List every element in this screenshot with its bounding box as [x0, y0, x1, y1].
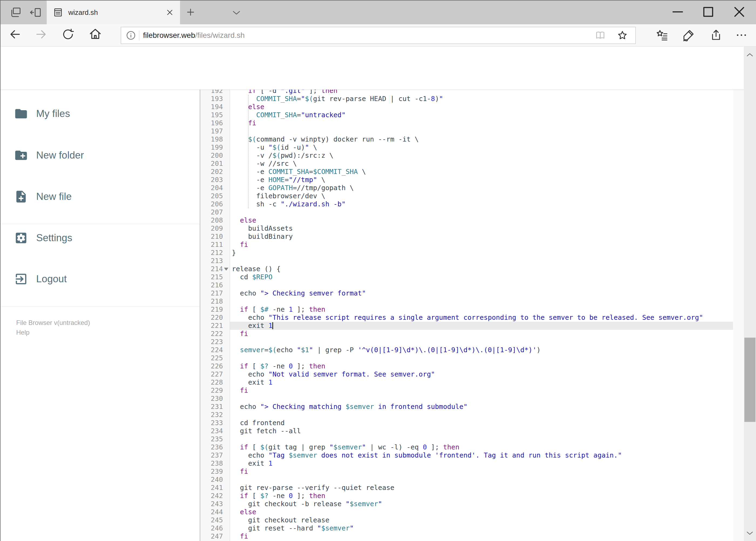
- line-number[interactable]: 210: [200, 233, 223, 241]
- line-number[interactable]: 227: [200, 370, 223, 378]
- code-line[interactable]: [230, 395, 733, 403]
- line-number[interactable]: 231: [200, 403, 223, 411]
- code-line[interactable]: git fetch --all: [230, 427, 733, 435]
- maximize-icon[interactable]: [700, 5, 716, 18]
- code-line[interactable]: echo "This release script requires a sin…: [230, 313, 733, 322]
- code-line[interactable]: cd $REPO: [230, 273, 733, 281]
- code-line[interactable]: -e HOME="//tmp" \: [230, 176, 733, 184]
- sidebar-item-my-files[interactable]: My files: [0, 99, 200, 129]
- help-link[interactable]: Help: [16, 327, 90, 337]
- line-number[interactable]: 236: [200, 443, 223, 451]
- line-number[interactable]: 219: [200, 305, 223, 313]
- code-line[interactable]: if [ $? -ne 0 ]; then: [230, 362, 733, 370]
- code-line[interactable]: [230, 411, 733, 419]
- refresh-icon[interactable]: [61, 28, 75, 41]
- line-number[interactable]: 239: [200, 467, 223, 476]
- line-number[interactable]: 200: [200, 152, 223, 160]
- code-line[interactable]: git rev-parse --verify --quiet release: [230, 484, 733, 492]
- new-tab-icon[interactable]: [185, 6, 196, 18]
- minimize-icon[interactable]: [670, 5, 686, 18]
- code-line[interactable]: fi: [230, 330, 733, 338]
- code-line[interactable]: [230, 257, 733, 265]
- code-line[interactable]: if [ -d ".git" ]; then: [230, 90, 733, 95]
- code-line[interactable]: exit 1: [230, 459, 733, 467]
- address-bar[interactable]: filebrowser.web/files/wizard.sh: [121, 27, 636, 44]
- line-number[interactable]: 242: [200, 492, 223, 500]
- line-number[interactable]: 224: [200, 346, 223, 354]
- back-icon[interactable]: [8, 28, 22, 41]
- code-line[interactable]: -e COMMIT_SHA=$COMMIT_SHA \: [230, 168, 733, 176]
- code-line[interactable]: echo "> Checking matching $semver in fro…: [230, 403, 733, 411]
- code-line[interactable]: [230, 281, 733, 289]
- code-line[interactable]: [230, 354, 733, 362]
- tab-close-icon[interactable]: [165, 8, 175, 17]
- favorite-star-icon[interactable]: [617, 29, 629, 41]
- line-number[interactable]: 221: [200, 322, 223, 330]
- line-number[interactable]: 229: [200, 386, 223, 395]
- sidebar-item-new-file[interactable]: New file: [0, 182, 200, 212]
- line-number[interactable]: 204: [200, 184, 223, 192]
- line-number[interactable]: 199: [200, 144, 223, 152]
- line-number[interactable]: 228: [200, 378, 223, 386]
- scrollbar-thumb[interactable]: [744, 337, 755, 422]
- code-line[interactable]: [230, 208, 733, 216]
- tab-list-chevron-icon[interactable]: [231, 8, 242, 18]
- forward-icon[interactable]: [35, 28, 48, 41]
- line-number[interactable]: 233: [200, 419, 223, 427]
- code-line[interactable]: echo "> Checking semver format": [230, 289, 733, 297]
- code-area[interactable]: if [ -d ".git" ]; then COMMIT_SHA="$(git…: [230, 90, 733, 541]
- line-number[interactable]: 244: [200, 508, 223, 516]
- code-line[interactable]: exit 1: [230, 322, 733, 330]
- code-line[interactable]: echo "Tag $semver does not exist in subm…: [230, 451, 733, 459]
- line-number[interactable]: 202: [200, 168, 223, 176]
- line-number[interactable]: 214: [200, 265, 223, 273]
- page-scrollbar[interactable]: [744, 46, 756, 541]
- line-number[interactable]: 235: [200, 435, 223, 443]
- code-line[interactable]: -v /$(pwd):/src:z \: [230, 152, 733, 160]
- reading-view-icon[interactable]: [594, 29, 606, 41]
- line-number[interactable]: 232: [200, 411, 223, 419]
- code-line[interactable]: $(command -v winpty) docker run --rm -it…: [230, 135, 733, 144]
- code-line[interactable]: -e GOPATH=//tmp/gopath \: [230, 184, 733, 192]
- line-number[interactable]: 247: [200, 532, 223, 540]
- scroll-down-icon[interactable]: [745, 529, 754, 538]
- code-line[interactable]: else: [230, 103, 733, 111]
- code-line[interactable]: git reset --hard "$semver": [230, 524, 733, 532]
- fold-arrow-icon[interactable]: [224, 268, 228, 270]
- line-number[interactable]: 194: [200, 103, 223, 111]
- line-number[interactable]: 218: [200, 297, 223, 305]
- line-number[interactable]: 217: [200, 289, 223, 297]
- code-line[interactable]: COMMIT_SHA="untracked": [230, 111, 733, 119]
- code-line[interactable]: else: [230, 216, 733, 225]
- line-number[interactable]: 226: [200, 362, 223, 370]
- line-number[interactable]: 207: [200, 208, 223, 216]
- browser-tab[interactable]: wizard.sh: [47, 1, 180, 24]
- web-note-pen-icon[interactable]: [682, 28, 695, 43]
- line-number[interactable]: 220: [200, 313, 223, 322]
- line-number[interactable]: 237: [200, 451, 223, 459]
- line-number[interactable]: 209: [200, 225, 223, 233]
- line-number[interactable]: 197: [200, 127, 223, 135]
- line-number[interactable]: 223: [200, 338, 223, 346]
- code-line[interactable]: fi: [230, 241, 733, 249]
- more-options-icon[interactable]: [735, 28, 748, 43]
- editor-gutter[interactable]: 1921931941951961971981992002012022032042…: [200, 90, 230, 541]
- line-number[interactable]: 230: [200, 395, 223, 403]
- url-text[interactable]: filebrowser.web/files/wizard.sh: [143, 31, 245, 40]
- line-number[interactable]: 203: [200, 176, 223, 184]
- line-number[interactable]: 211: [200, 241, 223, 249]
- line-number[interactable]: 193: [200, 95, 223, 103]
- line-number[interactable]: 238: [200, 459, 223, 467]
- line-number[interactable]: 198: [200, 135, 223, 144]
- line-number[interactable]: 212: [200, 249, 223, 257]
- code-line[interactable]: [230, 476, 733, 484]
- code-line[interactable]: release () {: [230, 265, 733, 273]
- line-number[interactable]: 243: [200, 500, 223, 508]
- code-line[interactable]: -u "$(id -u)" \: [230, 144, 733, 152]
- home-icon[interactable]: [88, 27, 102, 41]
- line-number[interactable]: 245: [200, 516, 223, 524]
- tab-preview-icon[interactable]: [10, 6, 22, 19]
- line-number[interactable]: 215: [200, 273, 223, 281]
- line-number[interactable]: 206: [200, 200, 223, 208]
- code-line[interactable]: COMMIT_SHA="$(git rev-parse HEAD | cut -…: [230, 95, 733, 103]
